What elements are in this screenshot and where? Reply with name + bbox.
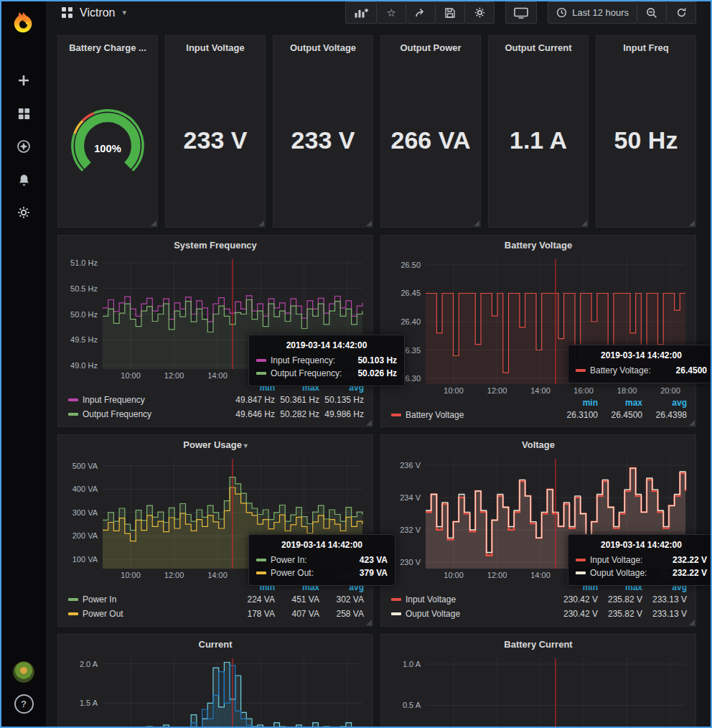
legend-series-label[interactable]: Power In — [68, 594, 230, 605]
panel-title[interactable]: Input Voltage — [166, 36, 265, 53]
panel-title[interactable]: Power Usage ▾ — [64, 435, 367, 454]
legend-header[interactable]: max — [598, 398, 642, 408]
panel-resize-handle[interactable] — [689, 420, 695, 426]
stat-value: 266 VA — [381, 53, 480, 227]
panel-resize-handle[interactable] — [689, 220, 695, 226]
legend-row: Ouput Voltage230.42 V235.82 V233.13 V — [391, 607, 687, 621]
tv-group — [505, 1, 537, 24]
star-icon: ☆ — [386, 7, 395, 18]
star-button[interactable]: ☆ — [377, 1, 406, 24]
x-axis-tick-label: 16:00 — [573, 386, 594, 395]
y-axis-tick-label: 0.5 A — [403, 701, 421, 709]
sidebar-item-explore[interactable] — [1, 130, 46, 163]
grafana-app: ? Victron ▾ ☆ — [1, 1, 711, 727]
panel-title[interactable]: Battery Voltage — [387, 235, 690, 255]
legend-series-label[interactable]: Input Frequency — [68, 395, 230, 405]
chart-plot[interactable]: 10:0012:0014:0016:0018:0020:000.5 A1.0 A… — [64, 654, 367, 728]
legend-value: 235.82 V — [598, 594, 642, 605]
graphs-row-3: Current 10:0012:0014:0016:0018:0020:000.… — [57, 634, 696, 728]
tooltip-series-label: Input Voltage: — [590, 555, 642, 565]
panel-title[interactable]: System Frequency — [64, 235, 367, 255]
legend-series-label[interactable]: Battery Voltage — [391, 410, 553, 420]
dashboard: Battery Charge ... 100% — [46, 24, 711, 728]
battery-gauge: 100% — [65, 101, 150, 179]
legend-header[interactable]: min — [553, 398, 598, 408]
legend-series-name: Ouput Voltage — [406, 609, 460, 619]
legend-series-label[interactable]: Ouput Voltage — [391, 609, 553, 619]
panel-resize-handle[interactable] — [258, 220, 264, 226]
y-axis-tick-label: 51.0 Hz — [70, 258, 98, 267]
time-range-label: Last 12 hours — [572, 7, 629, 18]
save-icon — [444, 7, 456, 19]
legend-row: Input Voltage230.42 V235.82 V233.13 V — [391, 592, 687, 607]
sidebar-item-create[interactable] — [1, 64, 46, 97]
y-axis-tick-label: 26.50 — [400, 261, 421, 269]
add-panel-icon — [354, 7, 368, 19]
panel-title[interactable]: Output Current — [489, 36, 588, 53]
legend-series-label[interactable]: Input Voltage — [391, 594, 553, 605]
panel-system-frequency: System Frequency 10:0012:0014:0016:0018:… — [57, 235, 373, 427]
panel-resize-handle[interactable] — [689, 620, 695, 625]
legend-value: 178 VA — [230, 609, 275, 619]
legend-series-color-icon — [68, 398, 78, 401]
refresh-button[interactable] — [667, 1, 696, 24]
legend-header[interactable]: avg — [642, 398, 687, 408]
tooltip-series-label: Ouput Voltage: — [590, 568, 647, 578]
tooltip-timestamp: 2019-03-14 14:42:00 — [576, 540, 707, 550]
legend-series-name: Power Out — [83, 609, 123, 619]
tooltip-timestamp: 2019-03-14 14:42:00 — [256, 340, 397, 350]
legend-series-label[interactable]: Output Frequency — [68, 409, 230, 419]
panel-battery-charge: Battery Charge ... 100% — [57, 35, 158, 228]
panel-resize-handle[interactable] — [366, 220, 372, 226]
panel-title[interactable]: Battery Charge ... — [58, 36, 157, 53]
panel-resize-handle[interactable] — [151, 220, 156, 226]
legend-series-color-icon — [68, 612, 78, 615]
user-avatar[interactable] — [13, 661, 34, 683]
sidebar-item-configuration[interactable] — [1, 196, 46, 229]
share-button[interactable] — [406, 1, 436, 24]
save-button[interactable] — [436, 1, 465, 24]
x-axis-tick-label: 12:00 — [164, 571, 184, 579]
panel-resize-handle[interactable] — [474, 220, 479, 226]
plus-icon — [17, 73, 31, 88]
legend-value: 49.986 Hz — [319, 409, 364, 419]
panel-resize-handle[interactable] — [366, 420, 372, 426]
panel-title[interactable]: Output Voltage — [273, 36, 373, 53]
legend-value: 302 VA — [319, 594, 364, 605]
grafana-logo[interactable] — [11, 11, 36, 35]
panel-output-current-stat: Output Current 1.1 A — [488, 35, 589, 228]
gear-icon — [17, 205, 31, 220]
x-axis-tick-label: 14:00 — [207, 371, 228, 380]
refresh-icon — [676, 7, 687, 18]
add-panel-button[interactable] — [345, 1, 377, 24]
panel-resize-handle[interactable] — [366, 620, 372, 625]
zoom-out-button[interactable] — [637, 1, 667, 24]
settings-button[interactable] — [465, 1, 495, 24]
panel-title[interactable]: Voltage — [387, 435, 690, 454]
panel-current: Current 10:0012:0014:0016:0018:0020:000.… — [57, 634, 373, 728]
panel-title[interactable]: Battery Current — [387, 635, 690, 654]
stat-value: 1.1 A — [489, 53, 588, 227]
dashboard-picker[interactable]: Victron ▾ — [62, 6, 126, 19]
sidebar-item-dashboards[interactable] — [1, 97, 46, 130]
legend-series-label[interactable]: Power Out — [68, 609, 230, 619]
panel-title[interactable]: Output Power — [381, 36, 480, 53]
sidebar-item-alerting[interactable] — [1, 163, 46, 196]
grafana-flame-icon — [11, 11, 36, 35]
panel-output-voltage-stat: Output Voltage 233 V — [273, 35, 373, 228]
tooltip-series-color-icon — [576, 369, 586, 372]
panel-title[interactable]: Current — [64, 635, 367, 654]
help-icon[interactable]: ? — [14, 694, 34, 714]
legend-series-name: Battery Voltage — [406, 410, 464, 420]
panel-resize-handle[interactable] — [581, 220, 587, 226]
sidebar-bottom: ? — [13, 661, 34, 714]
tv-mode-button[interactable] — [505, 1, 537, 24]
chart-legend: minmaxavgPower In224 VA451 VA302 VAPower… — [64, 580, 367, 624]
legend-row: Power In224 VA451 VA302 VA — [68, 592, 364, 607]
panel-input-freq-stat: Input Freq 50 Hz — [596, 35, 696, 228]
time-range-button[interactable]: Last 12 hours — [548, 1, 637, 24]
x-axis-tick-label: 12:00 — [487, 386, 507, 395]
legend-value: 49.847 Hz — [230, 395, 275, 405]
chart-plot[interactable]: 10:0012:0014:0016:0018:0020:00-0.5 A0 A0… — [387, 654, 690, 728]
panel-title[interactable]: Input Freq — [596, 36, 695, 53]
